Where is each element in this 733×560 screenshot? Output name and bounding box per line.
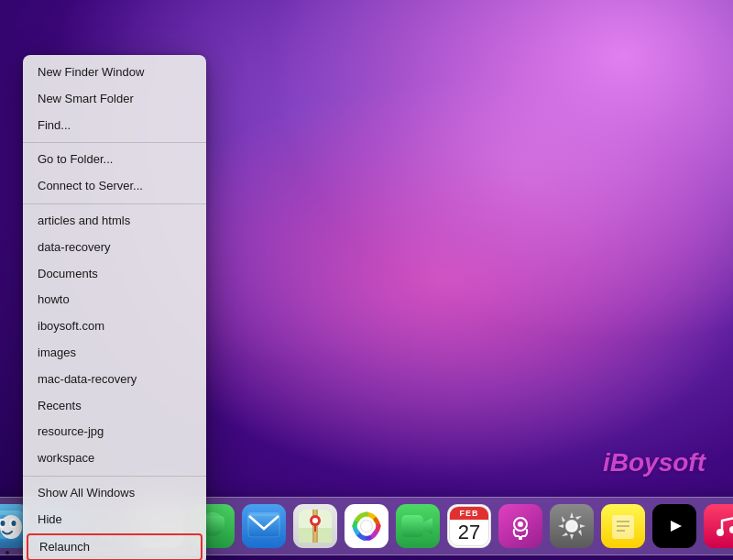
menu-item-resource-jpg[interactable]: resource-jpg (23, 419, 206, 445)
dock-item-facetime[interactable] (394, 502, 442, 550)
menu-item-hide[interactable]: Hide (23, 507, 206, 533)
dock-item-mail[interactable] (240, 502, 288, 550)
svg-point-47 (361, 521, 372, 532)
system-prefs-icon (550, 504, 594, 548)
menu-item-workspace[interactable]: workspace (23, 445, 206, 472)
menu-item-images[interactable]: images (23, 340, 206, 367)
menu-separator-3 (23, 476, 206, 477)
menu-item-iboysoft[interactable]: iboysoft.com (23, 313, 206, 340)
facetime-icon (396, 504, 440, 548)
context-menu: New Finder Window New Smart Folder Find.… (23, 55, 206, 560)
mail-icon (242, 504, 286, 548)
iboysoft-watermark: iBoysoft (603, 448, 706, 478)
svg-rect-48 (401, 515, 423, 537)
menu-separator-2 (23, 203, 206, 204)
menu-item-articles-htmls[interactable]: articles and htmls (23, 208, 206, 235)
svg-point-50 (518, 522, 523, 527)
menu-item-howto[interactable]: howto (23, 287, 206, 313)
dock-item-podcasts[interactable] (497, 502, 544, 550)
menu-item-recents[interactable]: Recents (23, 393, 206, 420)
dock-item-maps[interactable] (291, 502, 339, 550)
menu-item-new-finder-window[interactable]: New Finder Window (23, 60, 206, 86)
svg-point-58 (717, 529, 724, 536)
menu-item-find[interactable]: Find... (23, 113, 206, 139)
svg-rect-51 (519, 536, 522, 540)
dock-item-notes[interactable] (599, 502, 647, 550)
menu-item-new-smart-folder[interactable]: New Smart Folder (23, 86, 206, 113)
dock-item-appletv[interactable] (651, 502, 698, 550)
menu-item-relaunch[interactable]: Relaunch (27, 533, 202, 560)
menu-item-show-all-windows[interactable]: Show All Windows (23, 480, 206, 507)
dock-item-photos[interactable] (343, 502, 390, 550)
maps-icon (293, 504, 337, 548)
svg-point-6 (12, 521, 16, 526)
notes-icon (601, 504, 645, 548)
svg-point-5 (1, 521, 5, 526)
dock-item-calendar[interactable]: FEB 27 (445, 502, 493, 550)
calendar-icon: FEB 27 (447, 504, 491, 548)
dock-item-system-prefs[interactable] (548, 502, 596, 550)
podcasts-icon (498, 504, 542, 548)
menu-item-documents[interactable]: Documents (23, 261, 206, 288)
svg-rect-38 (247, 512, 280, 538)
svg-point-59 (729, 526, 733, 533)
svg-rect-54 (612, 515, 634, 539)
menu-item-data-recovery[interactable]: data-recovery (23, 235, 206, 261)
menu-item-connect-to-server[interactable]: Connect to Server... (23, 173, 206, 200)
menu-item-mac-data-recovery[interactable]: mac-data-recovery (23, 367, 206, 393)
music-icon (704, 504, 733, 548)
appletv-icon (652, 504, 696, 548)
menu-separator-1 (23, 142, 206, 143)
svg-point-45 (312, 518, 318, 523)
finder-active-dot (5, 551, 9, 555)
menu-item-go-to-folder[interactable]: Go to Folder... (23, 147, 206, 173)
dock-item-music[interactable] (702, 502, 733, 550)
photos-icon (345, 504, 388, 548)
